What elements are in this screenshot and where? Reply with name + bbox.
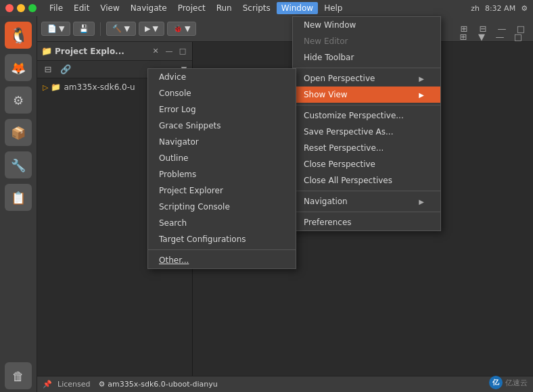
menu-preferences[interactable]: Preferences: [293, 214, 440, 230]
view-advice[interactable]: Advice: [148, 69, 296, 85]
tools-icon[interactable]: 🔧: [5, 151, 32, 178]
debug-dropdown-arrow[interactable]: ▼: [185, 24, 190, 33]
run-button[interactable]: ▶ ▼: [139, 22, 164, 36]
status-licensed: Licensed: [57, 380, 90, 389]
menu-show-view[interactable]: Show View ▶: [293, 87, 440, 103]
debug-icon: 🐞: [173, 24, 183, 33]
keyboard-layout: zh: [471, 4, 480, 13]
close-perspective-label: Close Perspective: [304, 160, 375, 169]
menu-help[interactable]: Help: [319, 2, 347, 14]
menu-file[interactable]: File: [45, 2, 68, 14]
new-file-button[interactable]: 📄 ▼: [41, 22, 70, 36]
status-project-name: am335x-sdk6.0-uboot-dianyu: [108, 380, 217, 389]
link-editor-button[interactable]: 🔗: [57, 62, 74, 78]
view-project-explorer[interactable]: Project Explorer: [148, 182, 296, 199]
build-dropdown-arrow[interactable]: ▼: [124, 24, 129, 33]
window-menu-dropdown[interactable]: New Window New Editor Hide Toolbar Open …: [292, 16, 441, 231]
menu-save-perspective[interactable]: Save Perspective As...: [293, 124, 440, 140]
target-configurations-label: Target Configurations: [159, 235, 246, 244]
panel-close-button[interactable]: ✕: [150, 46, 161, 57]
new-file-icon: 📄: [47, 24, 57, 33]
sep-1: [293, 68, 440, 68]
files-icon[interactable]: 📋: [5, 184, 32, 211]
preferences-label: Preferences: [304, 218, 352, 227]
menu-open-perspective[interactable]: Open Perspective ▶: [293, 70, 440, 87]
menu-new-editor[interactable]: New Editor: [293, 33, 440, 49]
watermark: 亿 亿速云: [489, 376, 528, 389]
menu-close-perspective[interactable]: Close Perspective: [293, 156, 440, 172]
panel-max-button[interactable]: □: [177, 46, 188, 57]
navigator-label: Navigator: [159, 137, 199, 147]
ubuntu-icon[interactable]: 🐧: [5, 22, 32, 49]
system-bar: File Edit View Navigate Project Run Scri…: [0, 0, 533, 16]
menu-new-window[interactable]: New Window: [293, 17, 440, 33]
clock: 8:32 AM: [485, 4, 515, 13]
trash-icon[interactable]: 🗑: [5, 362, 32, 389]
menu-navigation[interactable]: Navigation ▶: [293, 193, 440, 210]
browser-icon[interactable]: 🦊: [5, 54, 32, 81]
view-console[interactable]: Console: [148, 85, 296, 101]
view-outline[interactable]: Outline: [148, 150, 296, 166]
sep-3: [293, 191, 440, 191]
view-target-configurations[interactable]: Target Configurations: [148, 231, 296, 247]
view-search[interactable]: Search: [148, 215, 296, 231]
toolbar-separator-1: [100, 22, 101, 36]
menu-bar: File Edit View Navigate Project Run Scri…: [45, 2, 467, 14]
package-icon[interactable]: 📦: [5, 119, 32, 146]
view-navigator[interactable]: Navigator: [148, 134, 296, 150]
menu-navigate[interactable]: Navigate: [126, 2, 172, 14]
other-label: Other...: [159, 255, 189, 265]
menu-window[interactable]: Window: [277, 2, 318, 14]
project-folder-icon: 📁: [51, 82, 61, 92]
watermark-text: 亿速云: [505, 378, 528, 388]
menu-edit[interactable]: Edit: [69, 2, 94, 14]
scripting-console-label: Scripting Console: [159, 202, 230, 212]
view-grace-snippets[interactable]: Grace Snippets: [148, 118, 296, 134]
project-name-label: am335x-sdk6.0-u: [64, 82, 135, 92]
menu-hide-toolbar[interactable]: Hide Toolbar: [293, 49, 440, 66]
settings-dock-icon[interactable]: ⚙: [5, 87, 32, 114]
menu-run[interactable]: Run: [212, 2, 237, 14]
system-tray: zh 8:32 AM ⚙: [471, 4, 528, 13]
menu-reset-perspective[interactable]: Reset Perspective...: [293, 140, 440, 156]
view-problems[interactable]: Problems: [148, 166, 296, 182]
view-other[interactable]: Other...: [148, 252, 296, 268]
maximize-button[interactable]: [28, 4, 37, 12]
build-button[interactable]: 🔨 ▼: [106, 22, 135, 36]
settings-icon[interactable]: ⚙: [521, 4, 528, 13]
status-left: 📌 Licensed: [43, 380, 90, 389]
run-dropdown-arrow[interactable]: ▼: [152, 24, 158, 33]
close-button[interactable]: [5, 4, 14, 12]
sep-4: [293, 212, 440, 212]
view-scripting-console[interactable]: Scripting Console: [148, 199, 296, 215]
menu-customize-perspective[interactable]: Customize Perspective...: [293, 107, 440, 124]
close-all-perspectives-label: Close All Perspectives: [304, 176, 392, 185]
grace-snippets-label: Grace Snippets: [159, 121, 221, 130]
status-pin-icon: 📌: [43, 380, 52, 389]
collapse-all-button[interactable]: ⊟: [40, 62, 56, 78]
status-project-icon: ⚙: [98, 380, 105, 389]
menu-view[interactable]: View: [95, 2, 124, 14]
editor-btn-3[interactable]: —: [492, 42, 508, 45]
editor-btn-1[interactable]: ⊞: [455, 42, 471, 45]
new-editor-label: New Editor: [304, 36, 348, 46]
advice-label: Advice: [159, 72, 186, 82]
tree-expand-icon: ▷: [43, 83, 48, 92]
minimize-button[interactable]: [17, 4, 25, 12]
show-view-sep: [148, 249, 296, 250]
navigation-label: Navigation: [304, 197, 348, 206]
show-view-submenu[interactable]: Advice Console Error Log Grace Snippets …: [147, 68, 296, 269]
menu-scripts[interactable]: Scripts: [238, 2, 275, 14]
menu-project[interactable]: Project: [173, 2, 210, 14]
new-window-label: New Window: [304, 20, 356, 30]
run-icon: ▶: [145, 24, 150, 33]
new-dropdown-arrow[interactable]: ▼: [59, 24, 64, 33]
panel-min-button[interactable]: —: [164, 46, 175, 57]
save-button[interactable]: 💾: [73, 22, 95, 36]
debug-button[interactable]: 🐞 ▼: [167, 22, 196, 36]
menu-close-all-perspectives[interactable]: Close All Perspectives: [293, 172, 440, 189]
editor-btn-4[interactable]: □: [510, 42, 526, 45]
editor-btn-2[interactable]: ▼: [473, 42, 490, 45]
hide-toolbar-label: Hide Toolbar: [304, 53, 354, 62]
view-error-log[interactable]: Error Log: [148, 101, 296, 118]
